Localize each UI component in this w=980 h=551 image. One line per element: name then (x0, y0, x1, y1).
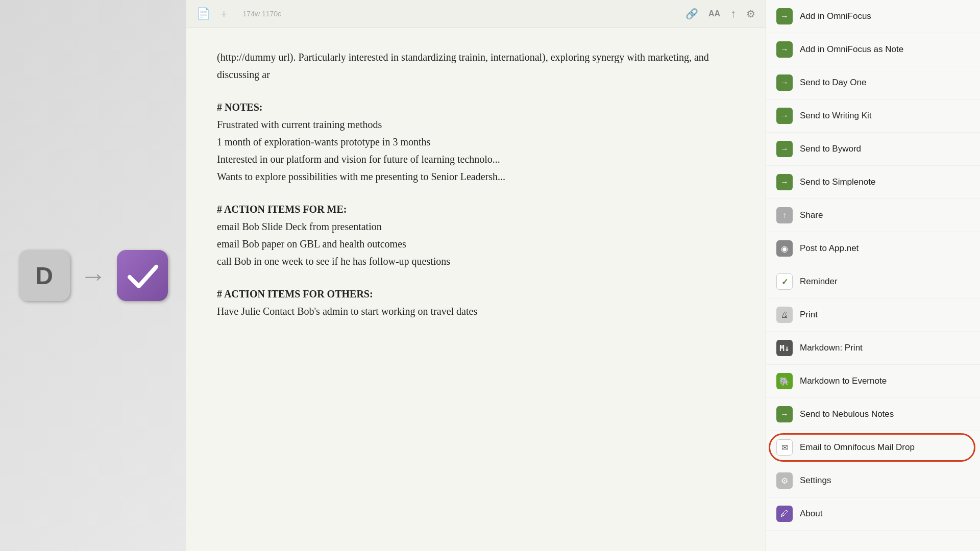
send-simplenote-label: Send to Simplenote (800, 177, 875, 187)
markdown-print-icon: M↓ (776, 340, 793, 356)
note-4: Wants to explore possibilities with me p… (217, 168, 735, 185)
settings-gear-icon[interactable]: ⚙ (746, 8, 755, 20)
action-me-2: email Bob paper on GBL and health outcom… (217, 235, 735, 253)
menu-item-send-simplenote[interactable]: →Send to Simplenote (766, 166, 980, 199)
markdown-evernote-icon: 🐘 (776, 373, 793, 389)
word-count: 174w 1170c (243, 10, 282, 18)
menu-container: →Add in OmniFocus→Add in OmniFocus as No… (766, 0, 980, 531)
action-others-1: Have Julie Contact Bob's admin to start … (217, 303, 735, 320)
menu-item-about[interactable]: 🖊About (766, 497, 980, 531)
email-omnifocus-icon: ✉ (776, 439, 793, 456)
send-day-one-label: Send to Day One (800, 78, 866, 88)
add-omnifocus-icon: → (776, 8, 793, 24)
add-button[interactable]: + (220, 7, 228, 21)
doc-intro: (http://dummy url). Particularly interes… (217, 48, 735, 83)
menu-item-settings[interactable]: ⚙Settings (766, 464, 980, 497)
send-simplenote-icon: → (776, 174, 793, 190)
intro-text: (http://dummy url). Particularly interes… (217, 52, 709, 80)
left-panel: D → (0, 0, 186, 551)
add-omnifocus-note-label: Add in OmniFocus as Note (800, 44, 903, 55)
send-byword-icon: → (776, 141, 793, 157)
reminder-icon: ✓ (776, 273, 793, 290)
about-label: About (800, 509, 822, 519)
print-label: Print (800, 310, 818, 320)
action-others-heading: # ACTION ITEMS FOR OTHERS: (217, 285, 735, 303)
checkmark-svg (125, 258, 160, 293)
menu-item-send-nebulous[interactable]: →Send to Nebulous Notes (766, 398, 980, 431)
icon-area: D → (19, 250, 168, 301)
menu-item-share[interactable]: ↑Share (766, 199, 980, 232)
menu-item-email-omnifocus[interactable]: ✉Email to Omnifocus Mail Drop (766, 431, 980, 464)
notes-heading: # NOTES: (217, 98, 735, 116)
right-panel: →Add in OmniFocus→Add in OmniFocus as No… (766, 0, 980, 551)
print-icon: 🖨 (776, 307, 793, 323)
menu-item-send-byword[interactable]: →Send to Byword (766, 133, 980, 166)
add-omnifocus-label: Add in OmniFocus (800, 11, 871, 21)
doc-notes-section: # NOTES: Frustrated with current trainin… (217, 98, 735, 185)
menu-item-add-omnifocus[interactable]: →Add in OmniFocus (766, 0, 980, 33)
document-icon[interactable]: 📄 (197, 7, 210, 20)
check-app-icon (117, 250, 168, 301)
send-nebulous-icon: → (776, 406, 793, 422)
note-3: Interested in our platform and vision fo… (217, 151, 735, 168)
menu-item-print[interactable]: 🖨Print (766, 298, 980, 332)
menu-item-send-writing-kit[interactable]: →Send to Writing Kit (766, 99, 980, 133)
document-content: (http://dummy url). Particularly interes… (186, 28, 766, 551)
about-icon: 🖊 (776, 506, 793, 522)
action-me-3: call Bob in one week to see if he has fo… (217, 253, 735, 270)
markdown-print-label: Markdown: Print (800, 343, 863, 353)
menu-item-add-omnifocus-note[interactable]: →Add in OmniFocus as Note (766, 33, 980, 66)
font-size-icon[interactable]: AA (708, 9, 720, 18)
add-omnifocus-note-icon: → (776, 41, 793, 58)
menu-item-reminder[interactable]: ✓Reminder (766, 265, 980, 298)
menu-item-post-appnet[interactable]: ◉Post to App.net (766, 232, 980, 265)
action-me-1: email Bob Slide Deck from presentation (217, 218, 735, 235)
menu-item-markdown-evernote[interactable]: 🐘Markdown to Evernote (766, 365, 980, 398)
menu-item-markdown-print[interactable]: M↓Markdown: Print (766, 332, 980, 365)
post-appnet-label: Post to App.net (800, 243, 859, 254)
reminder-label: Reminder (800, 277, 838, 287)
toolbar: 📄 + 174w 1170c 🔗 AA ↑ ⚙ (186, 0, 766, 28)
send-day-one-icon: → (776, 74, 793, 91)
link-icon[interactable]: 🔗 (685, 8, 698, 20)
send-nebulous-label: Send to Nebulous Notes (800, 409, 894, 419)
settings-icon: ⚙ (776, 472, 793, 489)
email-omnifocus-label: Email to Omnifocus Mail Drop (800, 442, 915, 453)
arrow-icon: → (80, 261, 107, 291)
action-me-heading: # ACTION ITEMS FOR ME: (217, 201, 735, 218)
main-content: 📄 + 174w 1170c 🔗 AA ↑ ⚙ (http://dummy ur… (186, 0, 766, 551)
post-appnet-icon: ◉ (776, 240, 793, 257)
share-icon[interactable]: ↑ (730, 7, 736, 20)
d-icon: D (19, 250, 70, 301)
doc-action-me-section: # ACTION ITEMS FOR ME: email Bob Slide D… (217, 201, 735, 270)
send-byword-label: Send to Byword (800, 144, 861, 154)
share-icon: ↑ (776, 207, 793, 223)
note-2: 1 month of exploration-wants prototype i… (217, 133, 735, 151)
send-writing-kit-icon: → (776, 108, 793, 124)
menu-item-send-day-one[interactable]: →Send to Day One (766, 66, 980, 99)
send-writing-kit-label: Send to Writing Kit (800, 111, 871, 121)
note-1: Frustrated with current training methods (217, 116, 735, 133)
share-label: Share (800, 210, 823, 220)
d-letter: D (35, 262, 53, 290)
doc-action-others-section: # ACTION ITEMS FOR OTHERS: Have Julie Co… (217, 285, 735, 320)
markdown-evernote-label: Markdown to Evernote (800, 376, 887, 386)
toolbar-right: 🔗 AA ↑ ⚙ (685, 7, 755, 20)
settings-label: Settings (800, 475, 831, 486)
